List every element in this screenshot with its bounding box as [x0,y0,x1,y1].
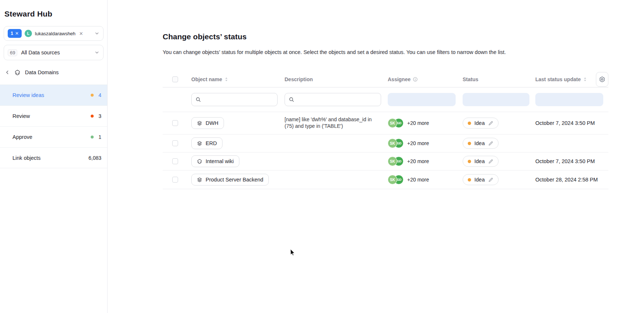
column-header-description[interactable]: Description [285,76,388,82]
assignee-cell: SK IGD +20 more [388,156,463,166]
idea-dot-icon [468,178,471,181]
sidebar-item-label: Link objects [12,155,41,161]
status-pill[interactable]: Idea [463,138,499,149]
sort-icon[interactable] [583,77,587,82]
user-filter-dropdown[interactable]: 1 ✕ L lukaszaldarawsheh ✕ [4,26,104,41]
datasource-filter-dropdown[interactable]: 69 All Data sources [4,45,104,60]
sidebar-item-review[interactable]: Review 3 [0,105,107,126]
status-dot-icon [91,115,94,118]
status-pill[interactable]: Idea [463,118,499,129]
sidebar-item-label: Review [12,113,30,119]
object-chip[interactable]: DWH [191,117,224,129]
info-icon[interactable] [413,77,418,82]
assignee-avatar: SK [388,138,397,148]
sidebar-item-list: Review ideas 4 Review 3 Approve 1 Link o… [0,84,107,168]
column-label: Object name [191,76,222,82]
object-name-search-input[interactable] [192,93,277,106]
assignee-avatar: SK [388,156,397,166]
sidebar-item-link-objects[interactable]: Link objects 6,083 [0,147,107,168]
table-row: ERD SK IGD +20 more Idea [163,134,608,152]
object-name-search[interactable] [191,93,278,106]
item-count: 1 [97,134,101,140]
layers-icon [197,141,202,146]
status-dot-icon [91,136,94,138]
table-row: Internal wiki SK IGD +20 more Idea [163,152,608,170]
select-all-checkbox[interactable] [172,76,178,82]
status-pill[interactable]: Idea [463,174,499,185]
sidebar-item-label: Review ideas [12,92,44,98]
table-settings-button[interactable] [596,72,608,87]
table-row: DWH [name] like 'dwh%' and database_id i… [163,112,608,134]
edit-icon[interactable] [488,120,493,126]
description-search[interactable] [285,93,381,106]
assignee-cell: SK IGD +20 more [388,138,463,148]
column-header-object-name[interactable]: Object name [191,76,285,82]
column-header-status[interactable]: Status [463,76,535,82]
edit-icon[interactable] [488,177,493,183]
search-icon [195,97,201,102]
item-count: 3 [97,113,101,119]
row-checkbox[interactable] [172,140,178,146]
remove-user-icon[interactable]: ✕ [79,31,83,36]
status-label: Idea [474,177,485,183]
assignee-filter-disabled [388,93,456,106]
assignee-cell: SK IGD +20 more [388,175,463,184]
layers-icon [197,177,202,183]
object-name: DWH [206,120,218,126]
more-assignees-link[interactable]: +20 more [407,177,429,183]
domain-icon [14,69,21,76]
breadcrumb-label: Data Domains [25,69,59,75]
filter-count-value: 1 [11,31,13,36]
edit-icon[interactable] [488,159,493,164]
row-checkbox[interactable] [172,177,178,183]
filter-count-chip[interactable]: 1 ✕ [8,29,22,38]
status-label: Idea [474,120,485,126]
description-search-input[interactable] [285,93,381,106]
sidebar-item-approve[interactable]: Approve 1 [0,126,107,147]
datasource-count-badge: 69 [8,49,17,56]
row-checkbox[interactable] [172,120,178,126]
status-pill[interactable]: Idea [463,156,499,167]
column-label: Description [285,76,313,82]
more-assignees-link[interactable]: +20 more [407,158,429,164]
sidebar-item-label: Approve [12,134,32,140]
more-assignees-link[interactable]: +20 more [407,120,429,126]
datasource-filter-label: All Data sources [21,50,60,55]
object-name: ERD [206,140,217,146]
table-header-row: Object name Description Assignee [163,71,608,87]
assignee-cell: SK IGD +20 more [388,118,463,128]
column-header-assignee[interactable]: Assignee [388,76,463,82]
sidebar-item-review-ideas[interactable]: Review ideas 4 [0,84,107,105]
column-label: Assignee [388,76,410,82]
object-description: [name] like 'dwh%' and database_id in (7… [285,116,388,130]
edit-icon[interactable] [488,141,493,146]
more-assignees-link[interactable]: +20 more [407,140,429,146]
sidebar: Steward Hub 1 ✕ L lukaszaldarawsheh ✕ 69… [0,0,108,313]
app-title: Steward Hub [4,10,103,18]
last-status-update: October 7, 2024 3:50 PM [535,158,608,164]
chevron-down-icon[interactable] [94,50,100,55]
idea-dot-icon [468,122,471,125]
object-chip[interactable]: Internal wiki [191,155,239,167]
objects-table: Object name Description Assignee [163,71,608,189]
table-filter-row [163,87,608,112]
sort-icon[interactable] [224,77,228,82]
main-content: Change objects’ status You can change ob… [108,0,644,313]
table-row: Product Server Backend SK IGD +20 more I… [163,170,608,189]
object-chip[interactable]: Product Server Backend [191,174,269,186]
app-window: Steward Hub 1 ✕ L lukaszaldarawsheh ✕ 69… [0,0,644,313]
object-chip[interactable]: ERD [191,137,222,149]
row-checkbox[interactable] [172,158,178,164]
chevron-down-icon[interactable] [94,31,100,36]
object-name: Internal wiki [206,158,234,164]
settings-gear-icon [599,76,605,83]
clear-filter-icon[interactable]: ✕ [15,31,19,36]
chevron-left-icon[interactable] [5,70,10,75]
page-title: Change objects’ status [163,32,608,41]
layers-icon [197,120,202,126]
last-status-update: October 7, 2024 3:50 PM [535,120,608,126]
breadcrumb-data-domains: Data Domains [0,67,107,78]
object-name: Product Server Backend [206,177,263,183]
status-label: Idea [474,158,485,164]
status-filter-disabled [463,93,529,106]
